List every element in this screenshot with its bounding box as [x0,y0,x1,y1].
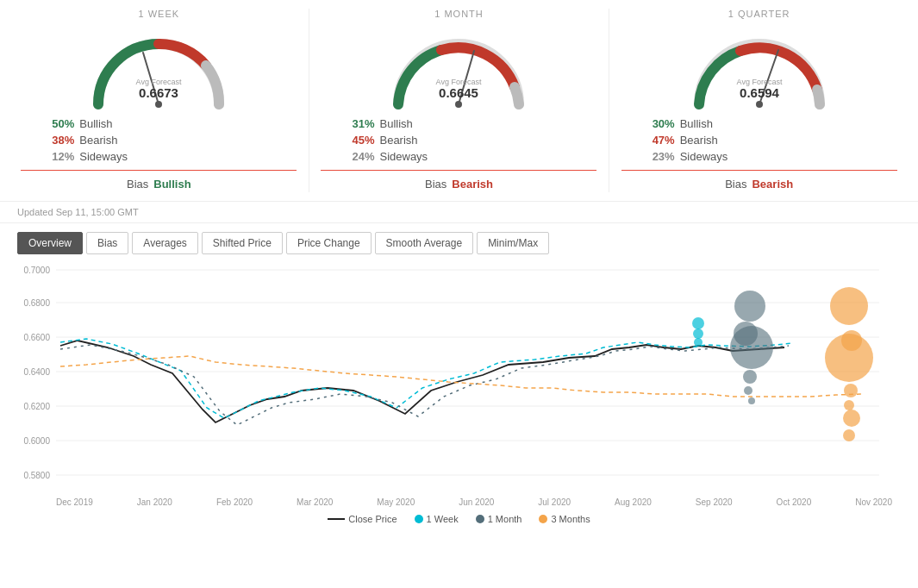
x-label-jun: Jun 2020 [459,497,494,507]
bubble-3m-6 [843,410,860,427]
svg-text:0.6594: 0.6594 [740,85,780,100]
legend-3-months: 3 Months [539,514,590,524]
bubble-month-1 [734,291,765,322]
legend-month-dot [476,515,484,523]
quarter-sideways-row: 23% Sideways [647,148,871,165]
x-label-may: May 2020 [377,497,415,507]
week-stats: 50% Bullish 38% Bearish 12% Sideways [21,116,297,165]
x-label-feb: Feb 2020 [216,497,253,507]
legend-1-month: 1 Month [476,514,522,524]
svg-text:0.5800: 0.5800 [23,471,50,480]
update-bar: Updated Sep 11, 15:00 GMT [0,202,918,223]
quarter-bullish-pct: 30% [647,117,675,130]
svg-text:0.6400: 0.6400 [23,367,50,377]
divider-2 [609,9,609,192]
x-label-sep: Sep 2020 [696,497,733,507]
legend-3months-dot [539,515,547,523]
month-sideways-row: 24% Sideways [347,148,571,165]
week-bearish-row: 38% Bearish [47,132,271,148]
bubble-3m-3 [825,334,873,382]
x-label-jul: Jul 2020 [538,497,571,507]
bubble-week-2 [693,328,703,339]
quarter-sideways-pct: 23% [647,150,675,163]
month-bias: Bias Bearish [399,176,519,192]
week-bias-label: Bias [127,178,148,191]
tab-averages[interactable]: Averages [132,232,197,254]
legend-week-label: 1 Week [427,514,459,524]
bubble-week-1 [694,338,703,347]
legend-month-label: 1 Month [488,514,522,524]
forecast-panels: 1 WEEK Avg Forecast 0.6673 50% [0,0,918,202]
week-panel: 1 WEEK Avg Forecast 0.6673 50% [21,9,297,192]
week-bias: Bias Bullish [101,176,217,192]
tab-smooth-average[interactable]: Smooth Average [375,232,474,254]
svg-text:0.6645: 0.6645 [440,85,479,100]
week-bearish-label: Bearish [79,134,117,147]
month-stats: 31% Bullish 45% Bearish 24% Sideways [321,116,596,165]
chart-area: 0.7000 0.6800 0.6600 0.6400 0.6200 0.600… [0,263,918,538]
month-bias-label: Bias [425,178,447,191]
quarter-divider [621,170,897,171]
week-bullish-row: 50% Bullish [47,116,271,132]
week-gauge: Avg Forecast 0.6673 [81,22,236,109]
x-label-mar: Mar 2020 [297,497,333,507]
tab-bias[interactable]: Bias [86,232,128,254]
month-divider [321,170,596,171]
quarter-title: 1 QUARTER [728,9,790,19]
svg-text:0.6000: 0.6000 [23,436,50,446]
month-sideways-pct: 24% [347,150,374,163]
chart-wrapper: 0.7000 0.6800 0.6600 0.6400 0.6200 0.600… [9,263,909,496]
close-price-line [60,341,784,422]
quarter-stats: 30% Bullish 47% Bearish 23% Sideways [621,116,897,165]
tab-minim-max[interactable]: Minim/Max [477,232,549,254]
legend-close-price: Close Price [328,514,397,524]
bubble-3m-5 [844,400,854,410]
bubble-week-3 [692,317,704,329]
month-bias-value: Bearish [452,178,493,191]
quarter-gauge: Avg Forecast 0.6594 [682,22,837,109]
chart-legend: Close Price 1 Week 1 Month 3 Months [9,509,909,529]
month-bearish-row: 45% Bearish [347,132,571,148]
svg-text:0.6600: 0.6600 [23,333,50,342]
legend-close-price-label: Close Price [348,514,397,524]
month-bullish-pct: 31% [347,117,374,130]
x-axis-labels: Dec 2019 Jan 2020 Feb 2020 Mar 2020 May … [9,496,909,509]
tab-price-change[interactable]: Price Change [286,232,372,254]
main-chart: 0.7000 0.6800 0.6600 0.6400 0.6200 0.600… [9,263,909,496]
tabs-bar: Overview Bias Averages Shifted Price Pri… [0,223,918,263]
month-bearish-pct: 45% [347,134,374,147]
bubble-3m-4 [844,384,858,397]
quarter-bias: Bias Bearish [699,176,819,192]
svg-text:0.7000: 0.7000 [23,266,50,275]
bubble-3m-7 [843,429,855,441]
svg-point-1 [155,101,162,108]
bubble-month-4 [743,370,757,384]
tab-shifted-price[interactable]: Shifted Price [202,232,283,254]
quarter-bullish-row: 30% Bullish [647,116,871,132]
month-title: 1 MONTH [434,9,484,19]
quarter-bearish-pct: 47% [647,134,675,147]
week-bullish-pct: 50% [47,117,74,130]
update-text: Updated Sep 11, 15:00 GMT [17,207,139,217]
legend-week-dot [415,515,423,523]
divider-1 [309,9,309,192]
week-bias-value: Bullish [153,178,190,191]
svg-text:0.6800: 0.6800 [23,298,50,308]
svg-text:0.6673: 0.6673 [139,85,178,100]
x-label-dec: Dec 2019 [56,497,93,507]
legend-3months-label: 3 Months [551,514,590,524]
quarter-bearish-row: 47% Bearish [647,132,871,148]
bubble-month-3 [730,326,773,369]
bubble-month-5 [744,386,753,395]
week-bullish-label: Bullish [79,117,112,130]
week-divider [21,170,297,171]
quarter-bias-label: Bias [725,178,746,191]
x-label-nov: Nov 2020 [855,497,892,507]
x-label-aug: Aug 2020 [615,497,652,507]
svg-point-9 [756,101,763,108]
month-bullish-row: 31% Bullish [347,116,571,132]
bubble-3m-1 [830,287,868,325]
week-title: 1 WEEK [139,9,180,19]
month-gauge: Avg Forecast 0.6645 [381,22,536,109]
tab-overview[interactable]: Overview [17,232,83,254]
